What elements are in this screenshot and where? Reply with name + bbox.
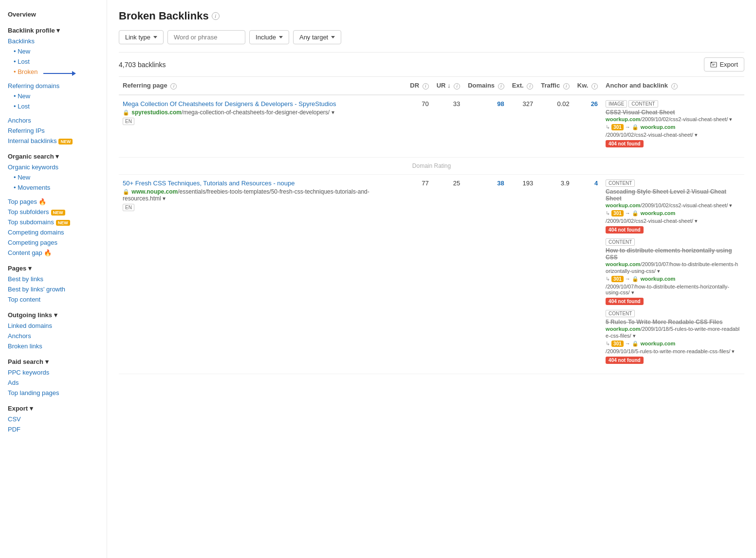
traffic-cell: 0.02 bbox=[537, 95, 573, 158]
sidebar-item-pdf[interactable]: PDF bbox=[0, 424, 107, 434]
badge-404: 404 not found bbox=[606, 298, 644, 305]
redirect-path: /2009/10/07/how-to-distribute-elements-h… bbox=[606, 284, 740, 296]
redirect-domain: woorkup.com bbox=[641, 341, 676, 346]
domains-cell: 38 bbox=[464, 174, 508, 374]
col-ur[interactable]: UR ↓ i bbox=[433, 77, 464, 95]
redirect-path: /2009/10/18/5-rules-to-write-more-readab… bbox=[606, 348, 735, 355]
sidebar-item-top-content[interactable]: Top content bbox=[0, 294, 107, 305]
lang-badge: EN bbox=[123, 118, 134, 125]
sidebar-item-referring-lost[interactable]: • Lost bbox=[0, 101, 107, 111]
sidebar-paid-search[interactable]: Paid search ▾ bbox=[0, 355, 107, 367]
word-phrase-input[interactable] bbox=[167, 30, 245, 44]
sidebar-item-backlinks-lost[interactable]: • Lost bbox=[0, 56, 107, 67]
sidebar-item-csv[interactable]: CSV bbox=[0, 414, 107, 424]
sidebar-item-referring-ips[interactable]: Referring IPs bbox=[0, 126, 107, 136]
sidebar-item-linked-domains[interactable]: Linked domains bbox=[0, 321, 107, 331]
table-row: Mega Collection Of Cheatsheets for Desig… bbox=[119, 95, 744, 158]
referring-page-cell: Mega Collection Of Cheatsheets for Desig… bbox=[119, 95, 406, 158]
redirect-row: ↳301→🔒woorkup.com/2009/10/02/css2-visual… bbox=[606, 210, 740, 224]
sidebar-item-backlinks-new[interactable]: • New bbox=[0, 46, 107, 56]
sidebar-item-broken-links[interactable]: Broken links bbox=[0, 341, 107, 351]
sidebar-item-top-subdomains[interactable]: Top subdomainsNEW bbox=[0, 217, 107, 227]
tag-badge: CONTENT bbox=[606, 310, 635, 317]
sidebar-item-internal-backlinks[interactable]: Internal backlinksNEW bbox=[0, 136, 107, 146]
sidebar-item-top-landing-pages[interactable]: Top landing pages bbox=[0, 388, 107, 398]
sidebar-item-referring-new[interactable]: • New bbox=[0, 91, 107, 101]
page-title: Broken Backlinks i bbox=[119, 10, 744, 22]
sidebar-backlink-profile[interactable]: Backlink profile ▾ bbox=[0, 24, 107, 36]
lock-icon: 🔒 bbox=[632, 276, 639, 282]
any-target-filter[interactable]: Any target bbox=[293, 30, 341, 44]
sidebar: Overview Backlink profile ▾ Backlinks • … bbox=[0, 0, 107, 558]
sidebar-item-organic-new[interactable]: • New bbox=[0, 172, 107, 182]
sidebar-organic-search[interactable]: Organic search ▾ bbox=[0, 150, 107, 162]
referring-page-url: 🔒 spyrestudios.com/mega-collection-of-ch… bbox=[123, 109, 402, 116]
sidebar-item-top-subfolders[interactable]: Top subfoldersNEW bbox=[0, 207, 107, 217]
col-kw-info[interactable]: i bbox=[591, 83, 598, 90]
sidebar-pages[interactable]: Pages ▾ bbox=[0, 262, 107, 274]
col-dr-info[interactable]: i bbox=[423, 83, 429, 90]
redirect-path: /2009/10/02/css2-visual-cheat-sheet/ ▾ bbox=[606, 218, 698, 224]
anchor-link[interactable]: 5 Rules To Write More Readable CSS Files bbox=[606, 319, 722, 325]
sidebar-item-ads[interactable]: Ads bbox=[0, 378, 107, 388]
lang-badge: EN bbox=[123, 204, 134, 211]
sidebar-export[interactable]: Export ▾ bbox=[0, 402, 107, 414]
redirect-domain: woorkup.com bbox=[641, 124, 676, 130]
link-type-filter[interactable]: Link type bbox=[119, 30, 164, 44]
col-referring-page-info[interactable]: i bbox=[170, 83, 177, 90]
lock-icon: 🔒 bbox=[123, 189, 129, 195]
sidebar-item-organic-keywords[interactable]: Organic keywords bbox=[0, 162, 107, 172]
col-traffic-info[interactable]: i bbox=[563, 83, 570, 90]
sidebar-overview[interactable]: Overview bbox=[0, 8, 107, 20]
results-bar: 4,703 backlinks Export bbox=[119, 52, 744, 77]
sidebar-item-organic-movements[interactable]: • Movements bbox=[0, 182, 107, 193]
url-path: /mega-collection-of-cheatsheets-for-desi… bbox=[182, 109, 330, 116]
main-content: Broken Backlinks i Link type Include Any… bbox=[107, 0, 756, 558]
referring-page-cell: 50+ Fresh CSS Techniques, Tutorials and … bbox=[119, 174, 406, 374]
dr-cell: 70 bbox=[406, 95, 432, 158]
col-ext-info[interactable]: i bbox=[527, 83, 533, 90]
tag-badge: IMAGE bbox=[606, 100, 627, 108]
anchor-url: woorkup.com/2009/10/02/css2-visual-cheat… bbox=[606, 116, 732, 122]
sidebar-item-competing-domains[interactable]: Competing domains bbox=[0, 227, 107, 237]
redirect-arrow: ↳ bbox=[606, 276, 610, 282]
domain-green: www.noupe.com bbox=[131, 188, 178, 195]
include-filter[interactable]: Include bbox=[249, 30, 289, 44]
badge-301: 301 bbox=[611, 276, 624, 282]
sidebar-item-top-pages[interactable]: Top pages🔥 bbox=[0, 197, 107, 207]
col-dr: DR i bbox=[406, 77, 432, 95]
lock-icon: 🔒 bbox=[632, 210, 639, 216]
lock-icon: 🔒 bbox=[632, 341, 639, 347]
col-domains-info[interactable]: i bbox=[498, 83, 504, 90]
tag-badge: CONTENT bbox=[606, 180, 635, 187]
anchor-link[interactable]: Cascading Style Sheet Level 2 Visual Che… bbox=[606, 188, 726, 202]
col-ur-info[interactable]: i bbox=[454, 83, 460, 90]
anchor-link[interactable]: How to distribute elements horizontally … bbox=[606, 247, 732, 261]
sidebar-item-competing-pages[interactable]: Competing pages bbox=[0, 237, 107, 248]
sidebar-outgoing-links[interactable]: Outgoing links ▾ bbox=[0, 308, 107, 321]
sidebar-item-ppc-keywords[interactable]: PPC keywords bbox=[0, 367, 107, 378]
tag-badge: CONTENT bbox=[606, 238, 635, 246]
redirect-row: ↳301→🔒woorkup.com/2009/10/02/css2-visual… bbox=[606, 124, 740, 138]
col-traffic: Traffic i bbox=[537, 77, 573, 95]
referring-page-link[interactable]: 50+ Fresh CSS Techniques, Tutorials and … bbox=[123, 180, 402, 187]
sidebar-item-anchors2[interactable]: Anchors bbox=[0, 331, 107, 341]
redirect-arrow2: → bbox=[625, 341, 630, 346]
sidebar-item-best-by-links[interactable]: Best by links bbox=[0, 274, 107, 284]
sidebar-item-content-gap[interactable]: Content gap🔥 bbox=[0, 248, 107, 258]
ur-cell: 25 bbox=[433, 174, 464, 374]
results-count: 4,703 backlinks bbox=[119, 61, 166, 69]
sidebar-item-anchors[interactable]: Anchors bbox=[0, 115, 107, 126]
badge-404: 404 not found bbox=[606, 226, 644, 234]
anchor-link[interactable]: CSS2 Visual Cheat Sheet bbox=[606, 109, 675, 116]
referring-page-link[interactable]: Mega Collection Of Cheatsheets for Desig… bbox=[123, 100, 402, 108]
export-button[interactable]: Export bbox=[704, 57, 744, 72]
redirect-domain: woorkup.com bbox=[641, 276, 676, 282]
domain-rating-tooltip: Domain Rating bbox=[119, 157, 744, 174]
col-anchor-info[interactable]: i bbox=[671, 83, 678, 90]
sidebar-item-best-by-links-growth[interactable]: Best by links' growth bbox=[0, 284, 107, 294]
sidebar-item-referring-domains[interactable]: Referring domains bbox=[0, 81, 107, 91]
sidebar-item-backlinks[interactable]: Backlinks bbox=[0, 36, 107, 46]
sidebar-item-backlinks-broken[interactable]: • Broken bbox=[0, 67, 107, 77]
page-title-info-icon[interactable]: i bbox=[212, 12, 220, 20]
